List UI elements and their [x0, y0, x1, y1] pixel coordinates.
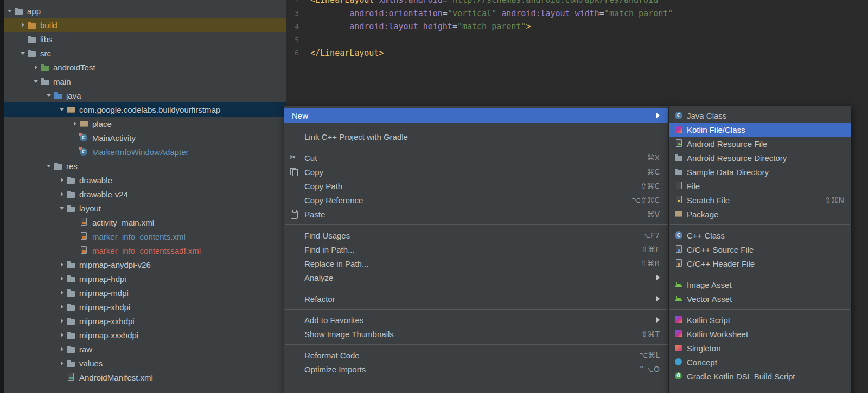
chevron-right-icon[interactable]: [58, 173, 66, 187]
tree-row-layout[interactable]: layout: [4, 201, 286, 215]
chevron-right-icon[interactable]: [58, 300, 66, 314]
tree-row-activity-main-xml[interactable]: activity_main.xml: [4, 215, 286, 229]
tree-row-place[interactable]: place: [4, 117, 286, 131]
chevron-right-icon[interactable]: [58, 314, 66, 328]
tree-row-values[interactable]: values: [4, 356, 286, 370]
menu-item-image-asset[interactable]: Image Asset: [669, 278, 851, 292]
menu-item-c-c-source-file[interactable]: C/C++ Source File: [669, 242, 851, 256]
tree-row-raw[interactable]: raw: [4, 342, 286, 356]
tree-row-androidmanifest-xml[interactable]: AndroidManifest.xml: [4, 370, 286, 384]
tree-row-main[interactable]: main: [4, 74, 286, 88]
chevron-right-icon[interactable]: [58, 328, 66, 342]
menu-item-copy[interactable]: Copy⌘C: [284, 165, 668, 179]
tree-row-mainactivity[interactable]: MainActivity: [4, 131, 286, 145]
menu-item-android-resource-directory[interactable]: Android Resource Directory: [669, 151, 851, 165]
menu-item-kotlin-script[interactable]: Kotlin Script: [669, 313, 851, 327]
menu-item-singleton[interactable]: Singleton: [669, 341, 851, 355]
tree-row-mipmap-anydpi-v26[interactable]: mipmap-anydpi-v26: [4, 257, 286, 272]
menu-item-find-usages[interactable]: Find Usages⌥F7: [284, 228, 668, 242]
code-line-3[interactable]: 3 android:orientation="vertical" android…: [286, 7, 868, 21]
menu-item-android-resource-file[interactable]: Android Resource File: [669, 137, 851, 151]
menu-item-package[interactable]: Package: [669, 207, 851, 221]
menu-item-label: Image Asset: [687, 280, 844, 289]
chevron-right-icon[interactable]: [58, 257, 66, 272]
menu-item-refactor[interactable]: Refactor: [284, 292, 668, 306]
tree-row-mipmap-xxxhdpi[interactable]: mipmap-xxxhdpi: [4, 328, 286, 342]
code-line-4[interactable]: 4 android:layout_height="match_parent">: [286, 20, 868, 34]
chevron-right-icon[interactable]: [31, 60, 40, 74]
tree-row-mipmap-hdpi[interactable]: mipmap-hdpi: [4, 272, 286, 286]
chevron-right-icon[interactable]: [58, 286, 66, 300]
menu-item-label: Cut: [304, 153, 634, 163]
chevron-down-icon[interactable]: [58, 102, 66, 117]
chevron-down-icon[interactable]: [44, 88, 53, 102]
menu-item-copy-reference[interactable]: Copy Reference⌥⇧⌘C: [284, 193, 668, 207]
menu-item-replace-in-path[interactable]: Replace in Path...⇧⌘R: [284, 256, 668, 270]
folder-icon: [53, 161, 63, 171]
tool-window-stripe[interactable]: [0, 0, 4, 393]
tree-row-drawable[interactable]: drawable: [4, 173, 286, 187]
tree-row-marker-info-contentssadf-xml[interactable]: marker_info_contentssadf.xml: [4, 243, 286, 257]
code-token: <LinearLayout: [310, 0, 374, 5]
tree-row-app[interactable]: app: [4, 4, 286, 18]
menu-item-cut[interactable]: Cut⌘X: [284, 151, 668, 165]
code-line-2[interactable]: 2<LinearLayout xmlns:android="http://sch…: [286, 0, 868, 7]
menu-item-find-in-path[interactable]: Find in Path...⇧⌘F: [284, 242, 668, 256]
tree-row-markerinfowindowadapter[interactable]: MarkerInfoWindowAdapter: [4, 145, 286, 159]
menu-item-concept[interactable]: Concept: [669, 355, 851, 369]
folder-icon: [66, 274, 76, 284]
chevron-right-icon[interactable]: [71, 117, 79, 131]
menu-item-link-c-project-with-gradle[interactable]: Link C++ Project with Gradle: [284, 130, 668, 144]
chevron-down-icon[interactable]: [44, 159, 53, 173]
menu-item-add-to-favorites[interactable]: Add to Favorites: [284, 313, 668, 327]
tree-row-libs[interactable]: libs: [4, 32, 286, 46]
tree-row-build[interactable]: build: [4, 18, 286, 32]
chevron-right-icon[interactable]: [58, 342, 66, 356]
menu-item-c-class[interactable]: C++ Class: [669, 228, 851, 242]
chevron-right-icon[interactable]: [18, 18, 27, 32]
tree-row-java[interactable]: java: [4, 88, 286, 102]
menu-item-reformat-code[interactable]: Reformat Code⌥⌘L: [284, 348, 668, 362]
fold-marker-icon[interactable]: [303, 51, 307, 55]
menu-item-sample-data-directory[interactable]: Sample Data Directory: [669, 165, 851, 179]
menu-item-analyze[interactable]: Analyze: [284, 270, 668, 285]
chevron-down-icon[interactable]: [58, 201, 66, 215]
menu-item-scratch-file[interactable]: Scratch File⇧⌘N: [669, 193, 851, 207]
tree-row-drawable-v24[interactable]: drawable-v24: [4, 187, 286, 201]
menu-item-label: C++ Class: [687, 231, 844, 240]
menu-item-gradle-kotlin-dsl-build-script[interactable]: Gradle Kotlin DSL Build Script: [669, 369, 851, 383]
folder-icon: [66, 358, 76, 368]
menu-item-kotlin-file-class[interactable]: Kotlin File/Class: [669, 123, 851, 137]
tree-row-mipmap-mdpi[interactable]: mipmap-mdpi: [4, 286, 286, 300]
menu-item-paste[interactable]: Paste⌘V: [284, 207, 668, 221]
menu-item-label: Kotlin Worksheet: [687, 330, 844, 339]
code-line-5[interactable]: 5: [286, 34, 868, 47]
tree-item-label: build: [40, 21, 58, 30]
menu-item-label: New: [292, 111, 651, 120]
chevron-right-icon[interactable]: [58, 356, 66, 370]
menu-item-label: Gradle Kotlin DSL Build Script: [687, 372, 844, 381]
chevron-down-icon[interactable]: [31, 74, 40, 88]
menu-item-c-c-header-file[interactable]: C/C++ Header File: [669, 256, 851, 270]
chevron-down-icon[interactable]: [5, 4, 14, 18]
chevron-right-icon[interactable]: [58, 187, 66, 201]
menu-item-vector-asset[interactable]: Vector Asset: [669, 292, 851, 306]
tree-row-res[interactable]: res: [4, 159, 286, 173]
code-line-6[interactable]: 6</LinearLayout>: [286, 47, 868, 60]
menu-item-java-class[interactable]: Java Class: [669, 108, 851, 123]
chevron-down-icon[interactable]: [18, 46, 27, 60]
tree-row-mipmap-xhdpi[interactable]: mipmap-xhdpi: [4, 300, 286, 314]
tree-row-mipmap-xxhdpi[interactable]: mipmap-xxhdpi: [4, 314, 286, 328]
tree-row-androidtest[interactable]: androidTest: [4, 60, 286, 74]
tree-row-com-google-codelabs-buildyourfirstmap[interactable]: com.google.codelabs.buildyourfirstmap: [4, 102, 286, 117]
menu-item-kotlin-worksheet[interactable]: Kotlin Worksheet: [669, 327, 851, 341]
tree-item-label: app: [27, 7, 41, 16]
menu-item-file[interactable]: File: [669, 179, 851, 193]
menu-item-optimize-imports[interactable]: Optimize Imports^⌥O: [284, 362, 668, 376]
tree-row-src[interactable]: src: [4, 46, 286, 60]
menu-item-show-image-thumbnails[interactable]: Show Image Thumbnails⇧⌘T: [284, 327, 668, 341]
tree-row-marker-info-contents-xml[interactable]: marker_info_contents.xml: [4, 229, 286, 243]
menu-item-new[interactable]: New: [284, 108, 668, 123]
menu-item-copy-path[interactable]: Copy Path⇧⌘C: [284, 179, 668, 193]
chevron-right-icon[interactable]: [58, 272, 66, 286]
